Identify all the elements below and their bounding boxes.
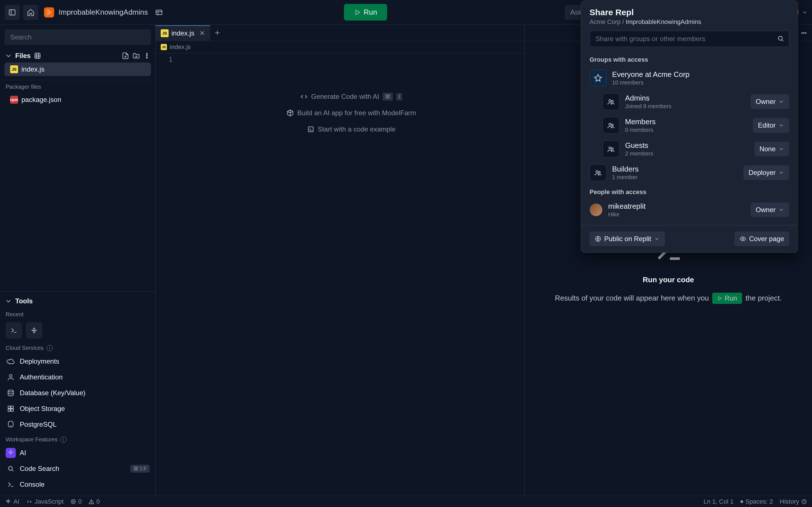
tool-ai[interactable]: AI (0, 445, 155, 461)
role-dropdown-members[interactable]: Editor (753, 118, 789, 133)
status-warnings[interactable]: 0 (89, 498, 100, 505)
group-row-admins: Admins Joined 8 members Owner (590, 90, 789, 114)
tool-storage[interactable]: Object Storage (0, 401, 155, 416)
file-item-package[interactable]: npm package.json (4, 93, 151, 107)
svg-line-42 (782, 40, 783, 41)
tool-console[interactable] (26, 322, 42, 339)
status-errors[interactable]: 0 (70, 498, 82, 505)
files-more-icon[interactable] (143, 52, 151, 60)
close-tab-icon[interactable]: ✕ (199, 29, 205, 37)
status-spaces[interactable]: Spaces: 2 (741, 498, 773, 505)
chevron-down-icon (778, 207, 784, 213)
tool-deployments[interactable]: Deployments (0, 353, 155, 369)
tool-postgres[interactable]: PostgreSQL (0, 416, 155, 432)
svg-rect-35 (308, 127, 313, 131)
run-description: Results of your code will appear here wh… (555, 293, 782, 304)
status-position[interactable]: Ln 1, Col 1 (703, 498, 733, 505)
status-bar: AI JavaScript 0 0 Ln 1, Col 1 Spaces: 2 … (0, 496, 812, 507)
more-icon[interactable] (800, 29, 808, 37)
status-language[interactable]: JavaScript (26, 498, 64, 505)
right-panel: Run your code Results of your code will … (524, 25, 812, 496)
svg-rect-13 (35, 53, 40, 59)
main-area: Files JS index.js Packager files npm pac… (0, 25, 812, 496)
svg-point-37 (802, 33, 802, 33)
tool-auth[interactable]: Authentication (0, 369, 155, 385)
user-avatar-icon (590, 203, 603, 216)
editor-tab-index[interactable]: JS index.js ✕ (156, 25, 210, 41)
hint-generate-ai[interactable]: Generate Code with AI ⌘ I (300, 93, 402, 101)
tools-section: Tools Recent Cloud Services i Deployment… (0, 291, 155, 496)
svg-point-39 (805, 33, 806, 33)
add-tab-button[interactable]: + (210, 27, 224, 38)
svg-point-22 (146, 53, 147, 54)
editor-area: JS index.js ✕ + JS index.js 1 Generate C… (156, 25, 524, 496)
chevron-down-icon (778, 122, 784, 128)
svg-point-27 (8, 390, 13, 392)
tool-code-search[interactable]: Code Search ⌘⇧F (0, 461, 155, 476)
svg-point-48 (612, 148, 613, 150)
chevron-down-icon (778, 99, 784, 105)
info-icon[interactable]: i (60, 437, 66, 443)
new-file-icon[interactable] (121, 52, 130, 60)
svg-rect-31 (11, 409, 13, 411)
svg-rect-28 (8, 406, 10, 408)
tool-console-item[interactable]: Console (0, 476, 155, 492)
role-dropdown-admins[interactable]: Owner (751, 94, 789, 109)
breadcrumb[interactable]: JS index.js (156, 41, 524, 53)
tab-label: index.js (171, 29, 194, 37)
avatar-chevron-icon[interactable] (802, 10, 808, 15)
svg-point-44 (612, 101, 613, 102)
chevron-down-icon (654, 236, 660, 242)
role-dropdown-guests[interactable]: None (755, 142, 789, 156)
project-title[interactable]: ImprobableKnowingAdmins (59, 8, 148, 17)
home-button[interactable] (23, 5, 38, 20)
file-item-index[interactable]: JS index.js (4, 62, 151, 76)
files-header[interactable]: Files (0, 50, 155, 62)
search-icon (777, 35, 784, 43)
svg-rect-4 (47, 13, 49, 15)
tools-header[interactable]: Tools (0, 295, 155, 307)
cloud-header: Cloud Services i (0, 341, 155, 353)
group-row-builders: Builders 1 member Deployer (590, 161, 789, 184)
group-icon (603, 117, 619, 134)
tool-shell[interactable] (6, 322, 22, 339)
status-history[interactable]: History (780, 498, 807, 505)
role-dropdown-builders[interactable]: Deployer (744, 165, 789, 180)
svg-point-57 (91, 503, 91, 503)
person-row: mikeatreplit Hike Owner (590, 199, 789, 221)
run-button[interactable]: Run (344, 4, 388, 20)
svg-point-50 (599, 172, 600, 173)
sidebar-search-input[interactable] (4, 29, 151, 45)
svg-rect-2 (47, 10, 49, 11)
js-file-icon: JS (161, 44, 167, 50)
role-dropdown-person[interactable]: Owner (751, 203, 789, 217)
svg-point-26 (9, 375, 12, 377)
files-label: Files (15, 52, 31, 60)
share-search-input[interactable] (590, 31, 789, 47)
new-folder-icon[interactable] (132, 52, 140, 60)
eye-icon (740, 235, 746, 242)
svg-point-38 (803, 33, 804, 33)
cover-page-button[interactable]: Cover page (734, 231, 789, 246)
tool-database[interactable]: Database (Key/Value) (0, 385, 155, 401)
info-icon[interactable]: i (47, 345, 53, 351)
chevron-down-icon (778, 170, 784, 175)
hint-example[interactable]: Start with a code example (307, 125, 396, 133)
chevron-down-icon (778, 146, 784, 152)
svg-point-23 (146, 55, 147, 56)
group-row-members: Members 0 members Editor (590, 114, 789, 137)
svg-point-32 (8, 466, 12, 470)
share-subtitle: Acme Corp / ImprobableKnowingAdmins (590, 18, 789, 25)
svg-point-24 (146, 57, 147, 58)
hash-icon[interactable] (34, 52, 42, 60)
chevron-down-icon (4, 297, 12, 305)
svg-rect-30 (8, 409, 10, 411)
file-name: index.js (21, 65, 44, 73)
status-ai[interactable]: AI (5, 498, 19, 505)
project-menu-button[interactable] (151, 5, 167, 20)
groups-section-label: Groups with access (590, 52, 789, 66)
visibility-dropdown[interactable]: Public on Replit (590, 231, 665, 246)
editor-content[interactable]: Generate Code with AI ⌘ I Build an AI ap… (178, 53, 524, 496)
hint-modelfarm[interactable]: Build an AI app for free with ModelFarm (287, 109, 416, 117)
panel-toggle-button[interactable] (4, 5, 20, 20)
